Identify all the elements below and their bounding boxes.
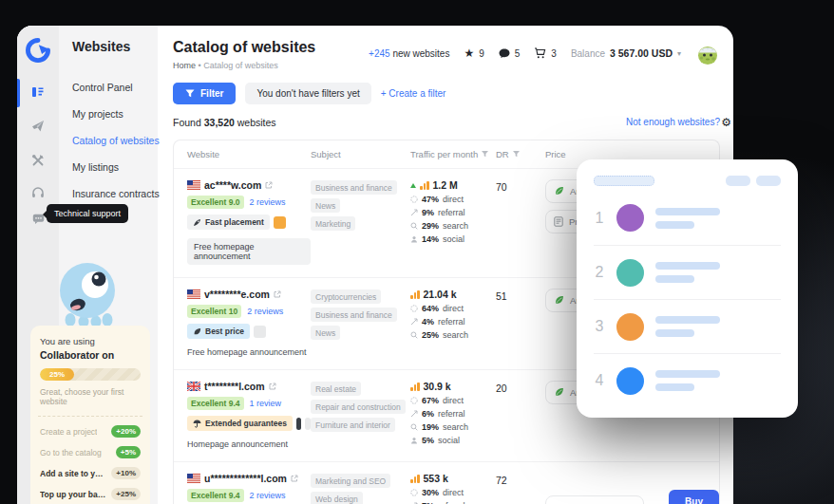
direct-traffic-icon xyxy=(410,397,418,404)
subject-tag: Furniture and interior xyxy=(311,418,395,432)
website-cell: u*************l.com Excellent 9.42 revie… xyxy=(187,473,311,504)
traffic-stat: 4%referral xyxy=(410,317,496,327)
checklist-item[interactable]: Top up your balance in … +25% xyxy=(40,488,141,500)
step-color-dot xyxy=(616,204,644,232)
us-flag xyxy=(187,289,200,299)
traffic-stat: 14%social xyxy=(410,234,496,244)
breadcrumb-home[interactable]: Home xyxy=(173,61,196,70)
checklist-item[interactable]: Add a site to your cart +10% xyxy=(40,467,141,479)
reviews-link[interactable]: 1 review xyxy=(250,399,282,408)
announcement: Free homepage announcement xyxy=(187,347,311,357)
domain[interactable]: t********l.com xyxy=(204,381,265,392)
sidebar-nav: Control PanelMy projectsCatalog of websi… xyxy=(72,82,152,199)
balance-dropdown[interactable]: Balance 3 567.00 USD ▾ xyxy=(571,47,681,59)
col-price[interactable]: Price xyxy=(545,149,719,159)
website-cell: v********e.com Excellent 102 reviews Bes… xyxy=(187,289,311,357)
sidebar-item-my-listings[interactable]: My listings xyxy=(72,161,152,173)
traffic-stat: 67%direct xyxy=(410,396,496,405)
sort-funnel-icon xyxy=(513,151,520,158)
step-color-dot xyxy=(616,259,644,287)
sidebar-item-catalog-of-websites[interactable]: Catalog of websites xyxy=(72,135,152,146)
table-row[interactable]: u*************l.com Excellent 9.42 revie… xyxy=(174,461,719,504)
headphones-icon[interactable] xyxy=(27,181,49,204)
checklist-bonus-badge: +25% xyxy=(111,488,141,500)
skeleton-pill xyxy=(756,176,781,186)
referral-traffic-icon xyxy=(410,410,418,418)
extra-chip-icon xyxy=(296,418,302,430)
favorites-count: 9 xyxy=(479,48,484,59)
step-skeleton-bars xyxy=(655,262,720,283)
domain[interactable]: ac****w.com xyxy=(204,179,261,191)
rating-badge: Excellent 9.0 xyxy=(187,196,244,209)
skeleton-actions xyxy=(726,176,781,186)
domain[interactable]: v********e.com xyxy=(204,289,270,300)
step-number: 4 xyxy=(594,372,605,389)
fast-placement-icon xyxy=(193,218,201,227)
sidebar-item-my-projects[interactable]: My projects xyxy=(72,108,152,120)
avatar[interactable] xyxy=(695,41,720,65)
subject-cell: Marketing and SEOWeb designInternet xyxy=(311,473,410,504)
subject-cell: Business and financeNewsMarketing xyxy=(311,179,410,265)
messages-counter[interactable]: 5 xyxy=(499,48,521,59)
checklist-item[interactable]: Create a project +20% xyxy=(40,425,141,438)
search-traffic-icon xyxy=(410,331,418,339)
paper-plane-icon[interactable] xyxy=(27,115,49,138)
col-subject[interactable]: Subject xyxy=(311,149,410,159)
external-link-icon xyxy=(274,290,281,298)
article-button[interactable]: Article+20.00 USD xyxy=(545,495,644,504)
collaborator-logo[interactable] xyxy=(26,38,50,63)
announcement: Free homepage announcement xyxy=(187,238,311,265)
page-background: Websites Control PanelMy projectsCatalog… xyxy=(0,0,834,504)
col-website[interactable]: Website xyxy=(187,149,311,159)
reviews-link[interactable]: 2 reviews xyxy=(250,197,286,207)
checklist-label: Add a site to your cart xyxy=(40,469,107,478)
traffic-cell: 21.04 k 64%direct4%referral25%search xyxy=(410,289,496,357)
overlay-step: 2 xyxy=(594,245,781,299)
col-traffic[interactable]: Traffic per month xyxy=(410,149,496,159)
step-color-dot xyxy=(616,313,644,341)
usage-hint: Great, choose your first website xyxy=(40,387,141,406)
guarantee-umbrella-icon xyxy=(193,420,201,428)
cart-counter[interactable]: 3 xyxy=(534,47,557,59)
gear-icon[interactable]: ⚙ xyxy=(721,117,731,128)
bar-chart-icon xyxy=(410,290,420,299)
col-dr[interactable]: DR xyxy=(496,149,545,159)
cart-icon xyxy=(534,47,546,59)
tools-icon[interactable] xyxy=(27,149,49,172)
favorites-counter[interactable]: ★ 9 xyxy=(464,47,483,59)
referral-traffic-icon xyxy=(410,318,418,326)
external-link-icon xyxy=(269,383,276,390)
direct-traffic-icon xyxy=(410,305,418,312)
reviews-link[interactable]: 2 reviews xyxy=(250,491,286,500)
sidebar-item-insurance-contracts[interactable]: Insurance contracts xyxy=(72,188,152,199)
checklist-item[interactable]: Go to the catalog +5% xyxy=(40,446,141,458)
found-text: Found 33,520 websites xyxy=(173,117,276,128)
rating-badge: Excellent 9.4 xyxy=(187,489,244,502)
skeleton-title-pill xyxy=(594,176,654,186)
filter-bar: Filter You don't have filters yet + Crea… xyxy=(173,83,720,104)
reviews-link[interactable]: 2 reviews xyxy=(247,307,283,316)
overlay-step: 3 xyxy=(594,299,781,353)
create-filter-link[interactable]: + Create a filter xyxy=(381,88,446,99)
sidebar-item-control-panel[interactable]: Control Panel xyxy=(72,82,152,93)
step-skeleton-bars xyxy=(655,208,720,229)
step-skeleton-bars xyxy=(655,316,720,337)
subject-tag: Cryptocurrencies xyxy=(311,289,381,304)
domain[interactable]: u*************l.com xyxy=(204,473,287,484)
feature-badge: Extended guarantees xyxy=(187,416,293,431)
onboarding-checklist: Create a project +20% Go to the catalog … xyxy=(40,425,141,504)
press-release-icon xyxy=(554,216,563,227)
traffic-stat: 29%search xyxy=(410,221,496,231)
not-enough-link[interactable]: Not enough websites? xyxy=(626,117,720,127)
dr-cell: 51 xyxy=(496,289,545,357)
traffic-stat: 6%referral xyxy=(410,409,496,419)
referral-traffic-icon xyxy=(410,209,418,216)
control-panel-icon[interactable] xyxy=(27,81,49,103)
external-link-icon xyxy=(291,475,298,482)
filter-button[interactable]: Filter xyxy=(173,83,236,104)
subject-cell: Real estateRepair and constructionFurnit… xyxy=(311,381,410,449)
buy-now-button[interactable]: Buy now xyxy=(669,490,719,504)
mascot-octopus xyxy=(51,259,123,331)
step-skeleton-bars xyxy=(655,370,720,391)
overlay-steps: 1 2 3 4 xyxy=(594,191,781,407)
